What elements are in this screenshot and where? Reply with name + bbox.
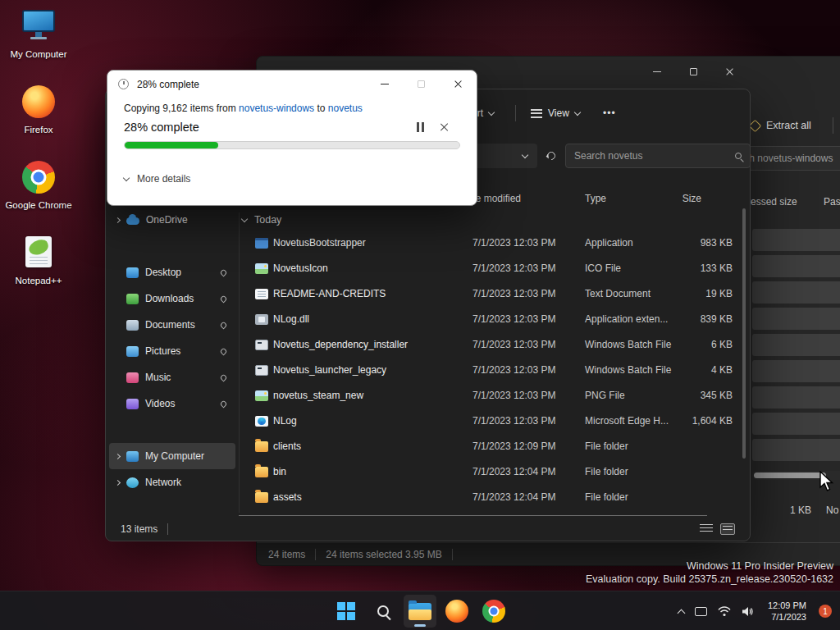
file-size: 839 KB xyxy=(701,313,733,325)
file-size: 4 KB xyxy=(711,364,733,376)
view-toggle-buttons xyxy=(700,523,735,535)
sidebar-item-desktop[interactable]: Desktop xyxy=(109,259,235,285)
file-row[interactable]: Novetus_dependency_installer 7/1/2023 12… xyxy=(239,332,742,358)
extract-all-button[interactable]: Extract all xyxy=(746,114,816,137)
file-row[interactable]: bin 7/1/2023 12:04 PM File folder xyxy=(239,459,742,485)
file-type: Application exten... xyxy=(585,313,668,325)
file-row[interactable]: NovetusIcon 7/1/2023 12:03 PM ICO File 1… xyxy=(239,256,742,281)
sidebar-item-onedrive[interactable]: OneDrive xyxy=(109,207,235,233)
desktop-icon[interactable]: Google Chrome xyxy=(5,159,72,210)
toolbar-separator xyxy=(833,117,833,134)
zip-selected-row[interactable] xyxy=(752,229,840,251)
collapse-chevron-icon[interactable] xyxy=(241,215,248,221)
watermark-line2: Evaluation copy. Build 25375.zn_release.… xyxy=(586,573,833,586)
sidebar-item-music[interactable]: Music xyxy=(109,364,235,390)
file-row[interactable]: novetus_steam_new 7/1/2023 12:03 PM PNG … xyxy=(239,383,742,409)
maximize-icon xyxy=(690,68,697,75)
desktop-icon[interactable]: Firefox xyxy=(5,84,72,135)
refresh-button[interactable] xyxy=(542,147,560,165)
clock-date: 7/1/2023 xyxy=(771,611,806,623)
group-label: Today xyxy=(254,214,281,226)
taskbar-button-start[interactable] xyxy=(330,595,363,628)
tray-display-icon[interactable] xyxy=(695,607,707,616)
zip-selected-row[interactable] xyxy=(752,334,840,356)
zip-selected-row[interactable] xyxy=(752,360,840,382)
desktop-icon-label: Google Chrome xyxy=(5,200,71,210)
sidebar-item-downloads[interactable]: Downloads xyxy=(109,285,235,312)
zip-selected-row[interactable] xyxy=(752,281,840,304)
more-details-toggle[interactable]: More details xyxy=(124,173,460,185)
zip-selected-row[interactable] xyxy=(752,255,840,277)
file-row[interactable]: Novetus_launcher_legacy 7/1/2023 12:03 P… xyxy=(239,358,742,383)
file-row[interactable]: clients 7/1/2023 12:09 PM File folder xyxy=(239,434,742,459)
file-name: Novetus_dependency_installer xyxy=(273,339,408,350)
pin-icon xyxy=(220,268,228,276)
desktop-icon-label: Notepad++ xyxy=(16,276,62,285)
file-row[interactable]: NovetusBootstrapper 7/1/2023 12:03 PM Ap… xyxy=(239,231,742,256)
insider-watermark: Windows 11 Pro Insider Preview Evaluatio… xyxy=(586,559,833,586)
sidebar-item-my-computer[interactable]: My Computer xyxy=(109,443,235,469)
status-separator xyxy=(452,549,453,560)
watermark-line1: Windows 11 Pro Insider Preview xyxy=(586,559,833,573)
hidden-icons-chevron[interactable] xyxy=(677,609,685,617)
taskbar-button-search[interactable] xyxy=(367,595,399,628)
zip-minimize-button[interactable] xyxy=(639,60,675,83)
refresh-icon xyxy=(546,150,557,162)
zip-maximize-button[interactable] xyxy=(675,60,711,83)
zip-close-button[interactable] xyxy=(711,60,747,83)
file-row[interactable]: assets 7/1/2023 12:04 PM File folder xyxy=(239,485,742,510)
edge-file-icon xyxy=(255,416,268,427)
zip-selected-row[interactable] xyxy=(752,439,840,461)
file-date-modified: 7/1/2023 12:03 PM xyxy=(472,339,555,350)
type-column-header[interactable]: Type xyxy=(585,193,606,204)
vertical-scrollbar[interactable] xyxy=(742,208,746,459)
details-view-icon[interactable] xyxy=(720,523,735,535)
size-column-header[interactable]: Size xyxy=(655,193,701,204)
expand-chevron-icon[interactable] xyxy=(115,453,121,459)
taskbar-button-firefox[interactable] xyxy=(441,595,473,628)
network-icon[interactable] xyxy=(718,606,731,617)
pin-icon xyxy=(220,321,228,329)
zip-selected-row[interactable] xyxy=(752,308,840,330)
pictures-icon xyxy=(126,346,139,357)
dialog-minimize-button[interactable] xyxy=(366,71,403,98)
sidebar-item-pictures[interactable]: Pictures xyxy=(109,338,235,364)
sidebar-item-label: Pictures xyxy=(145,345,214,357)
cancel-copy-button[interactable] xyxy=(439,122,449,132)
list-view-icon[interactable] xyxy=(700,524,713,534)
zip-selected-row[interactable] xyxy=(752,413,840,435)
source-folder-link[interactable]: novetus-windows xyxy=(239,103,314,114)
password-column-header[interactable]: Password xyxy=(824,196,840,208)
pin-icon xyxy=(220,294,228,303)
sidebar-item-videos[interactable]: Videos xyxy=(109,390,235,417)
destination-folder-link[interactable]: novetus xyxy=(328,103,363,114)
taskbar-button-explorer[interactable] xyxy=(404,595,436,628)
address-dropdown-icon[interactable] xyxy=(522,151,528,158)
view-button[interactable]: View xyxy=(523,101,588,126)
see-more-button[interactable]: ••• xyxy=(595,101,624,126)
dialog-close-button[interactable] xyxy=(440,71,477,98)
group-header-today[interactable]: Today xyxy=(242,214,281,226)
file-name: README-AND-CREDITS xyxy=(273,288,386,299)
desktop-icon[interactable]: Notepad++ xyxy=(5,235,72,285)
expand-chevron-icon[interactable] xyxy=(115,479,121,485)
dialog-title: 28% complete xyxy=(137,79,199,90)
file-row[interactable]: NLog 7/1/2023 12:03 PM Microsoft Edge H.… xyxy=(239,409,742,434)
dialog-maximize-button[interactable] xyxy=(403,71,440,98)
file-row[interactable]: README-AND-CREDITS 7/1/2023 12:03 PM Tex… xyxy=(239,281,742,307)
search-box[interactable]: Search novetus xyxy=(565,144,751,168)
desktop-icon[interactable]: My Computer xyxy=(5,8,72,59)
file-row[interactable]: NLog.dll 7/1/2023 12:03 PM Application e… xyxy=(239,307,742,332)
volume-icon[interactable] xyxy=(742,606,754,617)
expand-chevron-icon[interactable] xyxy=(115,217,121,222)
taskbar-clock[interactable]: 12:09 PM 7/1/2023 xyxy=(768,600,806,623)
pause-button[interactable] xyxy=(417,122,424,132)
dialog-window-controls xyxy=(366,71,477,98)
scrollbar-thumb[interactable] xyxy=(754,472,826,478)
taskbar-button-chrome[interactable] xyxy=(477,595,510,628)
item-count: 13 items xyxy=(121,523,158,535)
sidebar-item-network[interactable]: Network xyxy=(109,469,235,495)
zip-selected-row[interactable] xyxy=(752,386,840,409)
sidebar-item-documents[interactable]: Documents xyxy=(109,312,235,338)
notification-badge[interactable]: 1 xyxy=(819,605,832,618)
